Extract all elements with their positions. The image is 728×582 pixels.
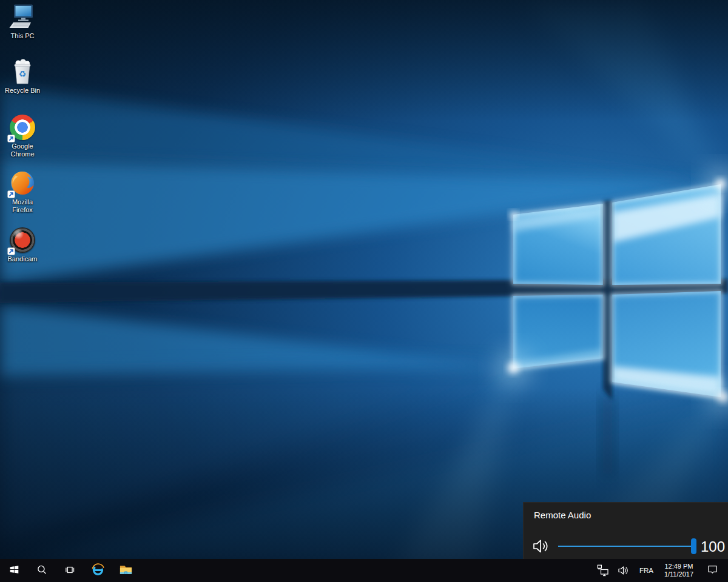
shortcut-arrow-icon [7, 190, 15, 198]
language-indicator[interactable]: FRA [635, 559, 658, 582]
action-center-icon [707, 564, 718, 577]
clock-date: 1/11/2017 [664, 570, 693, 579]
desktop-icon-google-chrome[interactable]: Google Chrome [0, 114, 45, 158]
desktop-icon-label: Google Chrome [2, 142, 42, 158]
volume-slider-thumb[interactable] [691, 538, 696, 554]
search-icon [36, 564, 47, 577]
internet-explorer-button[interactable] [84, 559, 112, 582]
clock[interactable]: 12:49 PM 1/11/2017 [659, 559, 698, 582]
task-view-button[interactable] [56, 559, 84, 582]
taskbar-empty-area[interactable] [140, 559, 593, 582]
desktop-icon-label: Recycle Bin [5, 87, 40, 95]
volume-flyout: Remote Audio 100 [523, 502, 728, 559]
clock-time: 12:49 PM [664, 563, 693, 571]
file-explorer-button[interactable] [112, 559, 140, 582]
task-view-icon [64, 564, 75, 577]
chrome-icon [9, 114, 36, 141]
system-tray: FRA 12:49 PM 1/11/2017 [593, 559, 728, 582]
firefox-icon [9, 170, 36, 196]
search-button[interactable] [28, 559, 56, 582]
desktop-icon-label: This PC [10, 32, 34, 40]
recycle-bin-icon: ♻ [9, 58, 36, 85]
start-button[interactable] [0, 559, 28, 582]
file-explorer-icon [119, 563, 133, 578]
volume-value: 100 [701, 538, 727, 555]
bandicam-icon [9, 227, 36, 253]
this-pc-icon [9, 4, 36, 30]
volume-slider-track[interactable] [558, 546, 696, 547]
desktop[interactable]: This PC ♻ Recycle Bin [0, 0, 728, 582]
shortcut-arrow-icon [7, 134, 15, 142]
volume-mute-button[interactable] [532, 537, 550, 555]
desktop-icon-label: Bandicam [8, 255, 38, 263]
desktop-icon-recycle-bin[interactable]: ♻ Recycle Bin [0, 58, 45, 95]
internet-explorer-icon [91, 563, 105, 578]
action-center-button[interactable] [699, 559, 726, 582]
volume-tray-icon[interactable] [614, 559, 633, 582]
desktop-icon-bandicam[interactable]: Bandicam [0, 227, 45, 263]
windows-logo-icon [9, 564, 19, 577]
volume-slider[interactable] [558, 538, 696, 555]
taskbar: FRA 12:49 PM 1/11/2017 [0, 559, 728, 582]
desktop-icon-this-pc[interactable]: This PC [0, 4, 45, 40]
desktop-icon-label: Mozilla Firefox [2, 198, 42, 214]
desktop-icon-mozilla-firefox[interactable]: Mozilla Firefox [0, 170, 45, 214]
volume-device-title: Remote Audio [534, 510, 591, 520]
shortcut-arrow-icon [7, 247, 15, 255]
network-icon[interactable] [593, 559, 613, 582]
wallpaper-image [0, 0, 728, 582]
svg-text:♻: ♻ [19, 69, 27, 79]
